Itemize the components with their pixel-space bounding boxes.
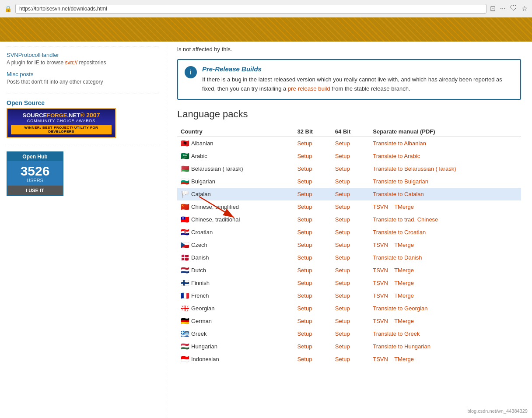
setup-32bit[interactable]: Setup (294, 175, 331, 188)
translate-link[interactable]: Translate to Albanian (373, 140, 426, 147)
setup-32bit-link[interactable]: Setup (297, 165, 312, 172)
more-icon[interactable]: ··· (500, 4, 506, 13)
setup-32bit[interactable]: Setup (294, 353, 331, 365)
setup-64bit[interactable]: Setup (332, 162, 369, 175)
setup-64bit[interactable]: Setup (332, 188, 369, 200)
setup-64bit-link[interactable]: Setup (335, 318, 350, 324)
setup-32bit-link[interactable]: Setup (297, 153, 312, 159)
translate-link[interactable]: Translate to Danish (373, 254, 422, 261)
setup-32bit-link[interactable]: Setup (297, 204, 312, 210)
translate-link[interactable]: Translate to Georgian (373, 305, 427, 312)
setup-32bit-link[interactable]: Setup (297, 242, 312, 248)
tmerge-link[interactable]: TMerge (394, 280, 414, 286)
setup-32bit[interactable]: Setup (294, 315, 331, 327)
setup-64bit[interactable]: Setup (332, 277, 369, 289)
setup-64bit[interactable]: Setup (332, 327, 369, 340)
setup-64bit-link[interactable]: Setup (335, 229, 350, 235)
tsvn-link[interactable]: TSVN (373, 318, 388, 324)
setup-32bit-link[interactable]: Setup (297, 216, 312, 223)
setup-64bit-link[interactable]: Setup (335, 153, 350, 159)
sidebar-link-misc[interactable]: Misc posts (7, 71, 159, 77)
setup-32bit[interactable]: Setup (294, 239, 331, 251)
translate-link[interactable]: Translate to trad. Chinese (373, 216, 438, 223)
setup-32bit[interactable]: Setup (294, 289, 331, 302)
tsvn-link[interactable]: TSVN (373, 204, 388, 210)
setup-32bit-link[interactable]: Setup (297, 140, 312, 147)
setup-64bit-link[interactable]: Setup (335, 356, 350, 362)
tsvn-link[interactable]: TSVN (373, 292, 388, 299)
setup-64bit-link[interactable]: Setup (335, 280, 350, 286)
menu-icon[interactable]: ⊡ (490, 4, 496, 13)
setup-64bit[interactable]: Setup (332, 264, 369, 277)
tsvn-link[interactable]: TSVN (373, 280, 388, 286)
setup-32bit-link[interactable]: Setup (297, 305, 312, 312)
setup-64bit-link[interactable]: Setup (335, 140, 350, 147)
setup-64bit[interactable]: Setup (332, 289, 369, 302)
tmerge-link[interactable]: TMerge (394, 242, 414, 248)
setup-64bit-link[interactable]: Setup (335, 330, 350, 337)
setup-32bit-link[interactable]: Setup (297, 254, 312, 261)
setup-32bit[interactable]: Setup (294, 162, 331, 175)
setup-32bit-link[interactable]: Setup (297, 292, 312, 299)
setup-32bit[interactable]: Setup (294, 150, 331, 162)
translate-link[interactable]: Translate to Croatian (373, 229, 426, 235)
setup-64bit[interactable]: Setup (332, 150, 369, 162)
setup-64bit-link[interactable]: Setup (335, 343, 350, 350)
tsvn-link[interactable]: TSVN (373, 242, 388, 248)
setup-64bit[interactable]: Setup (332, 213, 369, 226)
setup-64bit-link[interactable]: Setup (335, 305, 350, 312)
setup-32bit-link[interactable]: Setup (297, 343, 312, 350)
setup-64bit[interactable]: Setup (332, 251, 369, 264)
setup-64bit[interactable]: Setup (332, 340, 369, 353)
setup-32bit[interactable]: Setup (294, 200, 331, 213)
setup-32bit[interactable]: Setup (294, 340, 331, 353)
setup-64bit-link[interactable]: Setup (335, 165, 350, 172)
setup-64bit-link[interactable]: Setup (335, 216, 350, 223)
setup-64bit-link[interactable]: Setup (335, 191, 350, 197)
setup-64bit[interactable]: Setup (332, 302, 369, 315)
setup-32bit[interactable]: Setup (294, 188, 331, 200)
openhub-iuse-button[interactable]: I USE IT (7, 186, 63, 195)
setup-32bit[interactable]: Setup (294, 302, 331, 315)
tsvn-link[interactable]: TSVN (373, 356, 388, 362)
setup-64bit-link[interactable]: Setup (335, 267, 350, 274)
setup-32bit-link[interactable]: Setup (297, 229, 312, 235)
svn-link[interactable]: svn:// (65, 60, 77, 66)
setup-64bit-link[interactable]: Setup (335, 254, 350, 261)
setup-64bit[interactable]: Setup (332, 353, 369, 365)
setup-32bit-link[interactable]: Setup (297, 178, 312, 185)
translate-link[interactable]: Translate to Arabic (373, 153, 420, 159)
setup-64bit[interactable]: Setup (332, 226, 369, 239)
setup-32bit[interactable]: Setup (294, 213, 331, 226)
setup-64bit-link[interactable]: Setup (335, 292, 350, 299)
setup-32bit-link[interactable]: Setup (297, 318, 312, 324)
url-bar[interactable]: https://tortoisesvn.net/downloads.html (15, 4, 486, 14)
pocket-icon[interactable]: 🛡 (510, 4, 517, 13)
setup-64bit[interactable]: Setup (332, 137, 369, 150)
bookmark-icon[interactable]: ☆ (522, 4, 528, 13)
setup-64bit[interactable]: Setup (332, 315, 369, 327)
tmerge-link[interactable]: TMerge (394, 267, 414, 274)
setup-32bit[interactable]: Setup (294, 277, 331, 289)
tmerge-link[interactable]: TMerge (394, 356, 414, 362)
translate-link[interactable]: Translate to Hungarian (373, 343, 430, 350)
setup-64bit[interactable]: Setup (332, 175, 369, 188)
tmerge-link[interactable]: TMerge (394, 292, 414, 299)
tsvn-link[interactable]: TSVN (373, 267, 388, 274)
setup-64bit[interactable]: Setup (332, 239, 369, 251)
sidebar-link-svnprotocol[interactable]: SVNProtocolHandler (7, 52, 159, 58)
tmerge-link[interactable]: TMerge (394, 318, 414, 324)
setup-32bit-link[interactable]: Setup (297, 330, 312, 337)
setup-64bit[interactable]: Setup (332, 200, 369, 213)
setup-32bit-link[interactable]: Setup (297, 356, 312, 362)
setup-32bit[interactable]: Setup (294, 251, 331, 264)
setup-32bit[interactable]: Setup (294, 264, 331, 277)
translate-link[interactable]: Translate to Catalan (373, 191, 424, 197)
setup-32bit[interactable]: Setup (294, 137, 331, 150)
setup-64bit-link[interactable]: Setup (335, 178, 350, 185)
setup-32bit-link[interactable]: Setup (297, 191, 312, 197)
setup-32bit[interactable]: Setup (294, 327, 331, 340)
setup-64bit-link[interactable]: Setup (335, 204, 350, 210)
translate-link[interactable]: Translate to Belarussian (Tarask) (373, 165, 456, 172)
tmerge-link[interactable]: TMerge (394, 204, 414, 210)
